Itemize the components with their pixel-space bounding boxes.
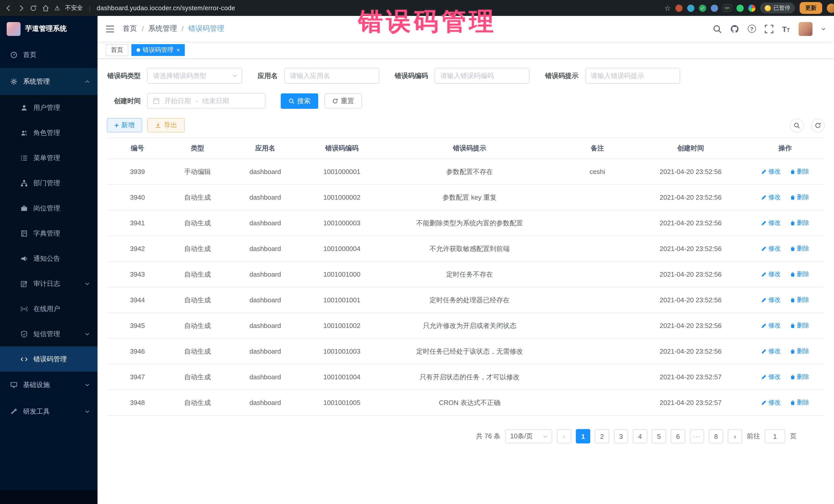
font-size-icon[interactable]: TT [782, 25, 790, 32]
delete-link[interactable]: 删除 [790, 321, 809, 330]
page-button-8[interactable]: 8 [709, 429, 723, 443]
close-icon[interactable]: × [177, 47, 180, 53]
sidebar-item-audit-log[interactable]: 审计日志 [0, 271, 97, 296]
extension-check-icon[interactable]: ✓ [699, 4, 706, 12]
sidebar-item-system[interactable]: 系统管理 [0, 68, 97, 95]
extension-on-badge[interactable]: on [723, 4, 732, 12]
delete-link[interactable]: 删除 [790, 373, 809, 381]
prev-page-button[interactable]: ‹ [557, 429, 571, 443]
sidebar-item-error-code[interactable]: 错误码管理 [0, 346, 97, 372]
sidebar-item-sms[interactable]: 短信管理 [0, 321, 97, 346]
paused-badge[interactable]: 已暂停 [760, 3, 795, 13]
browser-avatar[interactable] [827, 3, 834, 13]
back-icon[interactable] [5, 4, 12, 12]
sidebar-item-menus[interactable]: 菜单管理 [0, 145, 97, 170]
refresh-icon [814, 122, 821, 129]
page-button-3[interactable]: 3 [614, 429, 628, 443]
sidebar-item-home[interactable]: 首页 [0, 42, 97, 68]
help-icon[interactable]: ? [748, 25, 756, 33]
search-icon[interactable] [712, 24, 721, 33]
sidebar-item-infrastructure[interactable]: 基础设施 [0, 372, 97, 398]
app-name-input[interactable] [284, 68, 379, 84]
edit-link[interactable]: 修改 [761, 295, 781, 304]
delete-link[interactable]: 删除 [790, 295, 809, 304]
extension-pinwheel-icon[interactable] [748, 4, 755, 12]
delete-link[interactable]: 删除 [790, 193, 809, 202]
security-warning-icon: ⚠ [54, 4, 60, 12]
chevron-down-icon [85, 331, 90, 336]
delete-link[interactable]: 删除 [790, 270, 809, 279]
page-button-5[interactable]: 5 [652, 429, 666, 443]
chrome-toolbar: ☆ ✓ on 已暂停 更新 [664, 2, 829, 14]
goto-page-input[interactable] [765, 429, 785, 443]
user-avatar[interactable] [798, 22, 812, 36]
edit-link[interactable]: 修改 [761, 244, 781, 253]
home-icon[interactable] [42, 4, 49, 12]
edit-link[interactable]: 修改 [761, 193, 781, 202]
edit-link[interactable]: 修改 [761, 321, 781, 330]
app-logo[interactable]: 芋道管理系统 [0, 16, 97, 42]
breadcrumb-system[interactable]: 系统管理 [148, 24, 177, 34]
extension-leaf-icon[interactable] [737, 4, 744, 12]
edit-link[interactable]: 修改 [761, 347, 781, 356]
sidebar-item-users[interactable]: 用户管理 [0, 95, 97, 120]
page-button-1[interactable]: 1 [576, 429, 590, 443]
sidebar-item-notices[interactable]: 通知公告 [0, 246, 97, 271]
github-icon[interactable] [730, 24, 739, 33]
date-range-picker[interactable]: 开始日期 - 结束日期 [147, 93, 265, 109]
delete-link[interactable]: 删除 [790, 219, 809, 227]
edit-link[interactable]: 修改 [761, 373, 781, 381]
delete-link[interactable]: 删除 [790, 398, 809, 407]
delete-link[interactable]: 删除 [790, 347, 809, 356]
edit-link[interactable]: 修改 [761, 167, 781, 176]
toggle-search-button[interactable] [790, 118, 804, 132]
hamburger-icon[interactable] [106, 25, 114, 32]
page-button-4[interactable]: 4 [633, 429, 647, 443]
sidebar-item-online-users[interactable]: 在线用户 [0, 296, 97, 321]
chevron-down-icon [232, 73, 238, 79]
error-code-input[interactable] [435, 68, 530, 84]
delete-link[interactable]: 删除 [790, 244, 809, 253]
edit-link[interactable]: 修改 [761, 270, 781, 279]
page-button-6[interactable]: 6 [671, 429, 685, 443]
download-icon [155, 122, 161, 128]
cell-app: dashboard [227, 345, 304, 357]
more-pages-button[interactable]: ··· [690, 429, 704, 443]
page-size-select[interactable]: 10条/页 [505, 429, 552, 443]
tag-home[interactable]: 首页 [106, 44, 128, 56]
delete-link[interactable]: 删除 [790, 167, 809, 176]
sidebar-item-departments[interactable]: 部门管理 [0, 170, 97, 196]
extension-icon[interactable] [711, 4, 718, 12]
filter-app: 应用名 [258, 68, 379, 84]
error-type-select[interactable]: 请选择错误码类型 [147, 68, 242, 84]
add-button[interactable]: + 新增 [107, 118, 142, 132]
extension-icon[interactable] [675, 4, 683, 12]
security-label[interactable]: 不安全 [65, 4, 83, 12]
breadcrumb-home[interactable]: 首页 [123, 24, 137, 34]
extension-icon[interactable] [687, 4, 695, 12]
next-page-button[interactable]: › [728, 429, 742, 443]
tag-error-code[interactable]: 错误码管理 × [131, 44, 185, 56]
sidebar-item-roles[interactable]: 角色管理 [0, 120, 97, 145]
bookmark-star-icon[interactable]: ☆ [664, 4, 671, 12]
error-hint-input[interactable] [585, 68, 680, 84]
refresh-table-button[interactable] [811, 118, 825, 132]
sidebar-item-posts[interactable]: 岗位管理 [0, 196, 97, 221]
fullscreen-icon[interactable] [765, 24, 773, 33]
sidebar-item-devtools[interactable]: 研发工具 [0, 398, 97, 425]
users-icon [21, 129, 28, 136]
page-button-2[interactable]: 2 [595, 429, 609, 443]
edit-link[interactable]: 修改 [761, 398, 781, 407]
reset-button[interactable]: 重置 [324, 93, 362, 109]
sidebar-item-dictionary[interactable]: 字典管理 [0, 221, 97, 246]
export-button[interactable]: 导出 [147, 118, 185, 132]
update-button[interactable]: 更新 [799, 2, 822, 14]
cell-remark [559, 349, 636, 353]
sidebar-collapse-bar[interactable] [0, 490, 97, 504]
url-text[interactable]: dashboard.yudao.iocoder.cn/system/error-… [97, 4, 235, 12]
search-button[interactable]: 搜索 [281, 93, 318, 109]
caret-down-icon[interactable] [821, 26, 826, 31]
forward-icon[interactable] [18, 4, 25, 12]
edit-link[interactable]: 修改 [761, 219, 781, 227]
reload-icon[interactable] [30, 4, 37, 12]
